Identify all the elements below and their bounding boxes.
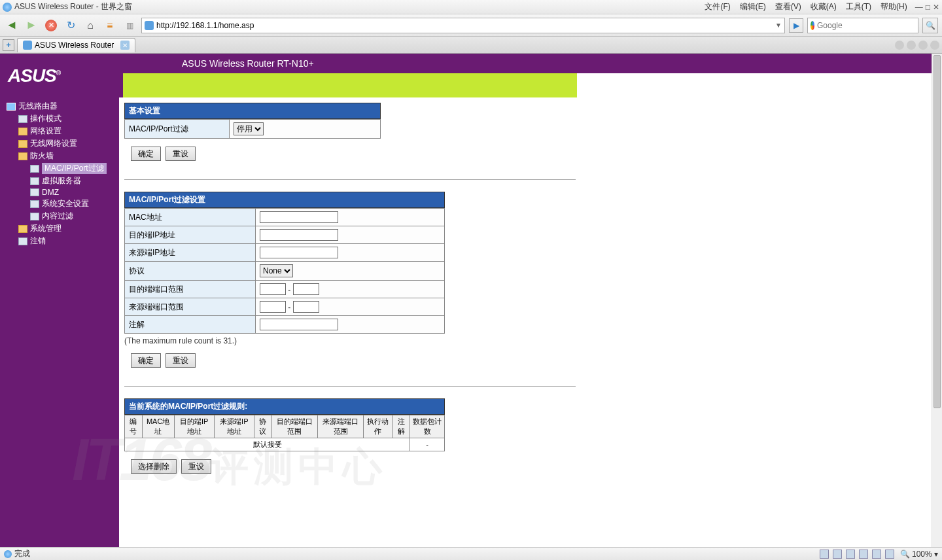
menu-edit[interactable]: 编辑(E): [736, 0, 770, 14]
proto-select[interactable]: None: [260, 264, 293, 277]
nav-root[interactable]: 无线路由器: [4, 100, 119, 113]
nav-mac-filter[interactable]: MAC/IP/Port过滤: [4, 162, 119, 175]
nav-network[interactable]: 网络设置: [4, 125, 119, 137]
maximize-icon[interactable]: □: [926, 3, 930, 12]
router-banner: ASUS Wireless Router RT-N10+: [119, 54, 942, 73]
col-dstip: 目的端IP地址: [174, 415, 214, 438]
close-icon[interactable]: ✕: [933, 3, 939, 12]
address-bar[interactable]: ▼: [141, 18, 785, 33]
stop-button[interactable]: ✕: [43, 18, 59, 33]
filter-settings-section: MAC/IP/Port过滤设置 MAC地址 目的端IP地址 来源端IP地址 协议…: [124, 192, 577, 368]
page-icon: [30, 177, 39, 185]
rules-reset-button[interactable]: 重设: [181, 459, 211, 474]
url-input[interactable]: [156, 21, 773, 30]
basic-settings-table: MAC/IP/Port过滤 停用: [124, 119, 381, 139]
feed-icon[interactable]: ≣: [102, 18, 118, 33]
folder-open-icon: [18, 152, 27, 160]
browser-tab[interactable]: ASUS Wireless Router ✕: [17, 38, 135, 52]
app-icon: [3, 3, 12, 12]
url-dropdown-icon[interactable]: ▼: [775, 22, 782, 29]
nav-firewall[interactable]: 防火墙: [4, 150, 119, 162]
col-srcport: 来源端端口范围: [317, 415, 363, 438]
rules-delete-button[interactable]: 选择删除: [131, 459, 177, 474]
src-port-to-input[interactable]: [293, 301, 319, 313]
status-text: 完成: [14, 548, 30, 559]
search-button[interactable]: 🔍: [922, 18, 938, 33]
status-bar: 完成 🔍 100% ▾: [0, 547, 942, 560]
col-action: 执行动作: [364, 415, 392, 438]
rules-table: 编号 MAC地址 目的端IP地址 来源端IP地址 协议 目的端端口范围 来源端端…: [124, 415, 445, 451]
rules-header: 当前系统的MAC/IP/Port过滤规则:: [124, 398, 445, 415]
zoom-level[interactable]: 🔍 100% ▾: [900, 550, 938, 559]
back-button[interactable]: ◄: [4, 18, 20, 33]
tab-control-icon[interactable]: [918, 41, 928, 50]
filter-select[interactable]: 停用: [234, 122, 264, 135]
page-icon: [30, 200, 39, 208]
mac-input[interactable]: [260, 211, 338, 223]
nav-system-security[interactable]: 系统安全设置: [4, 198, 119, 210]
menu-file[interactable]: 文件(F): [701, 0, 734, 14]
dst-ip-label: 目的端IP地址: [125, 226, 256, 244]
status-icon[interactable]: [833, 550, 842, 559]
col-dstport: 目的端端口范围: [271, 415, 317, 438]
go-button[interactable]: ▶: [789, 18, 803, 33]
scrollbar-thumb[interactable]: [933, 55, 941, 408]
nav-content-filter[interactable]: 内容过滤: [4, 210, 119, 222]
vertical-scrollbar[interactable]: [932, 54, 942, 547]
max-rule-note: (The maximum rule count is 31.): [124, 336, 577, 345]
forward-button[interactable]: ►: [24, 18, 39, 33]
nav-mode[interactable]: 操作模式: [4, 113, 119, 125]
sidebar-icon[interactable]: ▥: [122, 18, 137, 33]
dst-port-to-input[interactable]: [293, 283, 319, 295]
nav-dmz[interactable]: DMZ: [4, 187, 119, 198]
menu-tools[interactable]: 工具(T): [842, 0, 875, 14]
search-box[interactable]: [807, 18, 918, 33]
divider: [124, 179, 576, 180]
col-mac: MAC地址: [142, 415, 174, 438]
router-main: ASUS Wireless Router RT-N10+ 基本设置 MAC/IP…: [119, 54, 942, 547]
src-port-from-input[interactable]: [260, 301, 286, 313]
tab-control-icon[interactable]: [930, 41, 939, 50]
filter-settings-header: MAC/IP/Port过滤设置: [124, 192, 445, 208]
nav-system-admin[interactable]: 系统管理: [4, 222, 119, 235]
menu-favorites[interactable]: 收藏(A): [807, 0, 841, 14]
dst-port-from-input[interactable]: [260, 283, 286, 295]
tab-control-icon[interactable]: [895, 41, 904, 50]
tab-label: ASUS Wireless Router: [35, 41, 114, 50]
status-icon[interactable]: [872, 550, 881, 559]
asus-logo: ASUS®: [8, 65, 60, 86]
basic-ok-button[interactable]: 确定: [131, 147, 161, 161]
status-icon[interactable]: [846, 550, 855, 559]
basic-reset-button[interactable]: 重设: [166, 147, 196, 161]
banner-text: ASUS Wireless Router RT-N10+: [119, 58, 314, 69]
default-rule-count: -: [410, 438, 445, 451]
basic-settings-section: 基本设置 MAC/IP/Port过滤 停用 确定 重设: [124, 103, 577, 161]
reload-button[interactable]: ↻: [63, 18, 78, 33]
google-icon: [811, 21, 814, 30]
nav-logout[interactable]: 注销: [4, 235, 119, 247]
folder-icon: [18, 128, 27, 135]
basic-settings-header: 基本设置: [124, 103, 381, 119]
src-ip-input[interactable]: [260, 247, 338, 258]
menu-bar: 文件(F) 编辑(E) 查看(V) 收藏(A) 工具(T) 帮助(H): [701, 0, 911, 14]
status-icon[interactable]: [885, 550, 894, 559]
menu-help[interactable]: 帮助(H): [877, 0, 911, 14]
tab-bar: + ASUS Wireless Router ✕: [0, 37, 942, 54]
comment-input[interactable]: [260, 319, 338, 330]
new-tab-button[interactable]: +: [3, 39, 14, 51]
nav-tree: 无线路由器 操作模式 网络设置 无线网络设置 防火墙 MAC/IP/Port过滤…: [0, 97, 119, 247]
tab-control-icon[interactable]: [907, 41, 916, 50]
nav-virtual-server[interactable]: 虚拟服务器: [4, 175, 119, 187]
menu-view[interactable]: 查看(V): [771, 0, 805, 14]
tab-close-icon[interactable]: ✕: [120, 41, 130, 50]
dst-ip-input[interactable]: [260, 229, 338, 241]
status-icon[interactable]: [820, 550, 829, 559]
nav-wireless[interactable]: 无线网络设置: [4, 137, 119, 150]
search-input[interactable]: [817, 21, 915, 30]
minimize-icon[interactable]: —: [915, 3, 923, 12]
status-icon[interactable]: [859, 550, 868, 559]
settings-reset-button[interactable]: 重设: [166, 353, 196, 368]
window-titlebar: ASUS Wireless Router - 世界之窗 文件(F) 编辑(E) …: [0, 0, 942, 14]
settings-ok-button[interactable]: 确定: [131, 353, 161, 368]
home-button[interactable]: ⌂: [82, 18, 98, 33]
